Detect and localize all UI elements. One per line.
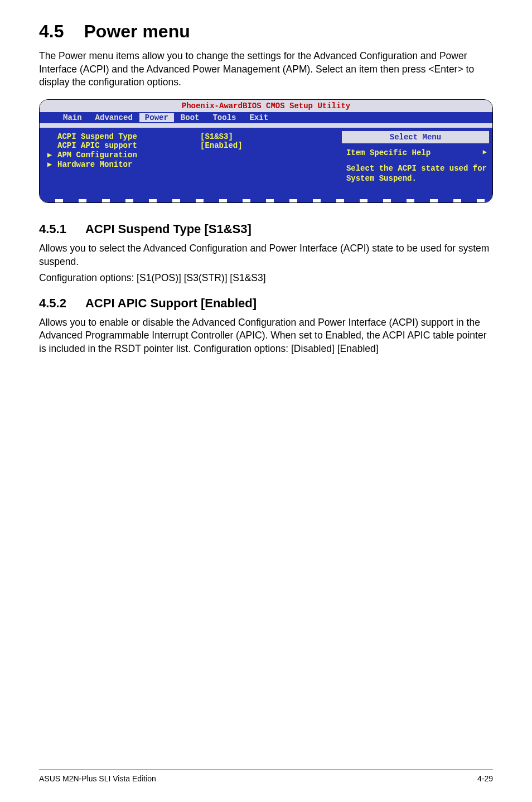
bios-help-body: Select the ACPI state used for System Su…	[346, 163, 487, 183]
bios-bottom-strip	[40, 199, 492, 202]
bios-select-menu-label: Select Menu	[342, 131, 489, 143]
intro-paragraph: The Power menu items allow you to change…	[39, 50, 493, 89]
bios-item-label: ACPI Suspend Type	[55, 132, 200, 141]
section-title-text: Power menu	[84, 21, 190, 42]
bios-menu-boot[interactable]: Boot	[174, 113, 206, 122]
bios-right-pane: Select Menu Item Specific Help ▶ Select …	[338, 128, 492, 199]
subsection-title: ACPI APIC Support [Enabled]	[85, 296, 257, 311]
bios-window: Phoenix-AwardBIOS CMOS Setup Utility Mai…	[39, 99, 493, 203]
subsection-number: 4.5.1	[39, 222, 66, 236]
subsection-number: 4.5.2	[39, 296, 66, 311]
bios-menubar-spacer	[40, 123, 492, 128]
bios-item-value	[200, 160, 243, 169]
section-number: 4.5	[39, 21, 64, 42]
bios-item-acpi-apic-support[interactable]: ACPI APIC support [Enabled]	[44, 141, 243, 150]
bios-menubar: Main Advanced Power Boot Tools Exit	[40, 112, 492, 123]
subsection-heading-451: 4.5.1 ACPI Suspend Type [S1&S3]	[39, 222, 493, 236]
submenu-arrow-icon: ▶	[44, 150, 55, 160]
bios-menu-main[interactable]: Main	[56, 113, 89, 122]
subsection-title: ACPI Suspend Type [S1&S3]	[85, 222, 252, 236]
bios-menu-exit[interactable]: Exit	[243, 113, 275, 122]
section-heading: 4.5 Power menu	[39, 21, 493, 42]
bios-item-value	[200, 150, 243, 160]
bios-item-hardware-monitor[interactable]: ▶ Hardware Monitor	[44, 160, 243, 169]
bios-item-value: [S1&S3]	[200, 132, 243, 141]
subsection-451-p2: Configuration options: [S1(POS)] [S3(STR…	[39, 272, 493, 285]
submenu-arrow-icon	[44, 132, 55, 141]
triangle-right-icon: ▶	[483, 148, 487, 157]
footer-rule	[39, 769, 493, 770]
bios-item-acpi-suspend-type[interactable]: ACPI Suspend Type [S1&S3]	[44, 132, 243, 141]
bios-item-value: [Enabled]	[200, 141, 243, 150]
subsection-451-p1: Allows you to select the Advanced Config…	[39, 242, 493, 268]
bios-menu-advanced[interactable]: Advanced	[89, 113, 139, 122]
footer-left: ASUS M2N-Plus SLI Vista Edition	[39, 774, 156, 783]
bios-help-title: Item Specific Help	[346, 148, 431, 158]
bios-menu-power[interactable]: Power	[139, 113, 174, 122]
bios-item-label: APM Configuration	[55, 150, 200, 160]
bios-menu-tools[interactable]: Tools	[206, 113, 243, 122]
bios-body: ACPI Suspend Type [S1&S3] ACPI APIC supp…	[40, 128, 492, 199]
subsection-452-p1: Allows you to enable or disable the Adva…	[39, 316, 493, 356]
bios-item-label: ACPI APIC support	[55, 141, 200, 150]
page-footer: ASUS M2N-Plus SLI Vista Edition 4-29	[39, 774, 493, 783]
bios-item-apm-configuration[interactable]: ▶ APM Configuration	[44, 150, 243, 160]
bios-help-area: Item Specific Help ▶ Select the ACPI sta…	[338, 143, 492, 184]
submenu-arrow-icon	[44, 141, 55, 150]
footer-page-number: 4-29	[477, 774, 493, 783]
bios-window-title: Phoenix-AwardBIOS CMOS Setup Utility	[40, 100, 492, 112]
bios-help-title-row: Item Specific Help ▶	[346, 148, 487, 158]
submenu-arrow-icon: ▶	[44, 160, 55, 169]
bios-left-pane: ACPI Suspend Type [S1&S3] ACPI APIC supp…	[40, 128, 338, 199]
subsection-heading-452: 4.5.2 ACPI APIC Support [Enabled]	[39, 296, 493, 311]
bios-item-label: Hardware Monitor	[55, 160, 200, 169]
